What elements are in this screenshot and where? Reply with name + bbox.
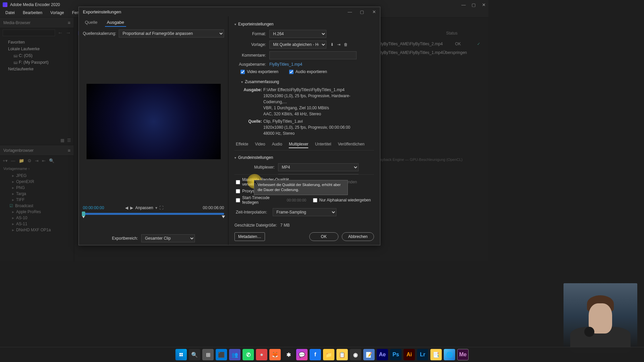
outname-link[interactable]: FlyByTitles_1.mp4 <box>269 62 302 67</box>
local-drives-node[interactable]: Lokale Laufwerke <box>0 46 74 52</box>
menu-file[interactable]: Datei <box>2 9 18 17</box>
search-icon[interactable]: 🔍 <box>189 349 200 360</box>
taskbar[interactable]: 🔍 ⊞ ⬛ 👥 ✆ ● 🦊 ✱ 💬 f 📁 📋 ◉ 📝 Ae Ps Ai Lr … <box>0 347 644 362</box>
ok-button[interactable]: OK <box>309 232 338 241</box>
thumbnail-view-icon[interactable]: ▦ <box>60 138 64 143</box>
preset-openexr[interactable]: ▸OpenEXR <box>0 179 74 185</box>
subtab-multiplexer[interactable]: Multiplexer <box>289 142 308 148</box>
save-preset-icon[interactable]: ⬇ <box>330 42 334 47</box>
delete-preset-icon[interactable]: 🗑 <box>344 42 348 47</box>
summary-section[interactable]: ▾Zusammenfassung <box>234 77 374 86</box>
timeline-track[interactable] <box>83 213 224 215</box>
dialog-maximize-icon[interactable]: ▢ <box>360 10 364 14</box>
add-preset-icon[interactable]: +▾ <box>3 158 8 163</box>
illustrator-icon[interactable]: Ai <box>404 349 415 360</box>
taskbar-icon[interactable]: ● <box>256 349 267 360</box>
drive-c[interactable]: 🖴C: (OS) <box>0 52 74 59</box>
subtab-captions[interactable]: Untertitel <box>315 142 331 148</box>
play-icon[interactable]: ▶ <box>130 205 133 210</box>
taskbar-icon[interactable]: 🌐 <box>444 349 455 360</box>
mux-select[interactable]: MP4 <box>278 163 359 171</box>
taskbar-icon[interactable]: ✱ <box>283 349 294 360</box>
messenger-icon[interactable]: 💬 <box>296 349 308 360</box>
aspect-lock-icon[interactable]: ⛶ <box>159 205 163 210</box>
queue-item-2[interactable]: lyByTitles_AME\FlyByTitles_1.mp4 Überspr… <box>377 48 484 57</box>
nav-back-icon[interactable]: ← <box>58 30 63 36</box>
subtab-video[interactable]: Video <box>255 142 265 148</box>
subtab-publish[interactable]: Veröffentlichen <box>338 142 364 148</box>
format-select[interactable]: H.264 <box>269 30 326 38</box>
export-settings-dialog[interactable]: Exporteinstellungen — ▢ ✕ Quelle Ausgabe… <box>78 7 380 245</box>
interp-select[interactable]: Frame-Sampling <box>273 208 336 216</box>
scale-select[interactable]: Proportional auf Framegröße anpassen <box>119 29 224 38</box>
maximize-icon[interactable]: ▢ <box>472 3 476 7</box>
taskbar-icon[interactable]: 📝 <box>363 349 375 360</box>
dialog-minimize-icon[interactable]: — <box>348 10 352 14</box>
explorer-icon[interactable]: 📁 <box>323 349 334 360</box>
search-input[interactable] <box>3 29 55 36</box>
timecode-current[interactable]: 00:00:00:00 <box>83 205 104 210</box>
taskbar-icon[interactable]: ⬛ <box>216 349 227 360</box>
preset-broadcast[interactable]: ☑Broadcast <box>0 203 74 209</box>
drive-f[interactable]: 🖴F: (My Passport) <box>0 59 74 66</box>
list-view-icon[interactable]: ☰ <box>67 138 71 143</box>
export-audio-checkbox[interactable] <box>289 70 293 74</box>
preset-export-icon[interactable]: ⇤ <box>42 158 46 163</box>
start-button[interactable] <box>175 349 187 360</box>
export-settings-section[interactable]: ▾Exporteinstellungen <box>234 20 374 28</box>
alpha-checkbox[interactable] <box>313 198 317 202</box>
cancel-button[interactable]: Abbrechen <box>342 232 374 241</box>
preset-settings-icon[interactable]: ⚙ <box>28 158 32 163</box>
fit-label[interactable]: Anpassen <box>135 205 153 210</box>
menu-edit[interactable]: Bearbeiten <box>19 9 46 17</box>
close-icon[interactable]: ✕ <box>482 3 486 7</box>
preset-as10[interactable]: ▸AS-10 <box>0 215 74 221</box>
preset-tiff[interactable]: ▸TIFF <box>0 197 74 203</box>
preset-import-icon[interactable]: ⇥ <box>35 158 39 163</box>
preset-jpeg[interactable]: ▸JPEG <box>0 173 74 179</box>
metadata-button[interactable]: Metadaten… <box>234 232 265 241</box>
export-range-select[interactable]: Gesamter Clip <box>141 234 195 242</box>
subtab-audio[interactable]: Audio <box>272 142 282 148</box>
preset-prores[interactable]: ▸Apple ProRes <box>0 209 74 215</box>
firefox-icon[interactable]: 🦊 <box>269 349 281 360</box>
lightroom-icon[interactable]: Lr <box>417 349 428 360</box>
preset-png[interactable]: ▸PNG <box>0 185 74 191</box>
import-preset-icon[interactable]: ⇥ <box>337 42 340 47</box>
favorites-node[interactable]: Favoriten <box>0 39 74 46</box>
queue-item-1[interactable]: lyByTitles_AME\FlyByTitles_2.mp4 OK ✓ <box>377 40 484 48</box>
nav-forward-icon[interactable]: → <box>66 30 71 36</box>
taskbar-icon[interactable]: 📑 <box>430 349 442 360</box>
preset-folder-icon[interactable]: 📁 <box>19 158 24 163</box>
proxies-checkbox[interactable] <box>236 189 240 193</box>
subtab-effects[interactable]: Effekte <box>236 142 248 148</box>
preset-select[interactable]: Mit Quelle abgleichen - Hohe B… <box>269 41 326 49</box>
teams-icon[interactable]: 👥 <box>229 349 240 360</box>
taskbar-icon[interactable]: 📋 <box>336 349 348 360</box>
panel-menu-icon[interactable]: ≡ <box>68 20 70 25</box>
basic-settings-section[interactable]: ▾Grundeinstellungen <box>234 153 374 162</box>
task-view-icon[interactable]: ⊞ <box>202 349 214 360</box>
whatsapp-icon[interactable]: ✆ <box>243 349 254 360</box>
network-drives-node[interactable]: Netzlaufwerke <box>0 66 74 72</box>
tab-output[interactable]: Ausgabe <box>105 18 126 27</box>
minimize-icon[interactable]: — <box>462 3 466 7</box>
step-back-icon[interactable]: ◀ <box>125 205 128 210</box>
delete-preset-icon[interactable]: — <box>11 158 15 163</box>
preset-dnxhd[interactable]: ▸DNxHD MXF OP1a <box>0 227 74 233</box>
dialog-close-icon[interactable]: ✕ <box>372 10 376 14</box>
preset-targa[interactable]: ▸Targa <box>0 191 74 197</box>
photoshop-icon[interactable]: Ps <box>390 349 401 360</box>
start-tc-checkbox[interactable] <box>236 198 240 202</box>
after-effects-icon[interactable]: Ae <box>377 349 388 360</box>
media-encoder-icon[interactable]: Me <box>457 349 469 360</box>
playhead[interactable] <box>82 212 85 216</box>
fit-chevron-icon[interactable]: ▾ <box>155 205 157 210</box>
preset-search-icon[interactable]: 🔍 <box>49 158 54 163</box>
panel-menu-icon[interactable]: ≡ <box>68 148 70 153</box>
preset-as11[interactable]: ▸AS-11 <box>0 221 74 227</box>
max-quality-checkbox[interactable] <box>236 180 240 184</box>
export-video-checkbox[interactable] <box>240 70 245 74</box>
facebook-icon[interactable]: f <box>310 349 321 360</box>
menu-preset[interactable]: Vorlage <box>47 9 67 17</box>
